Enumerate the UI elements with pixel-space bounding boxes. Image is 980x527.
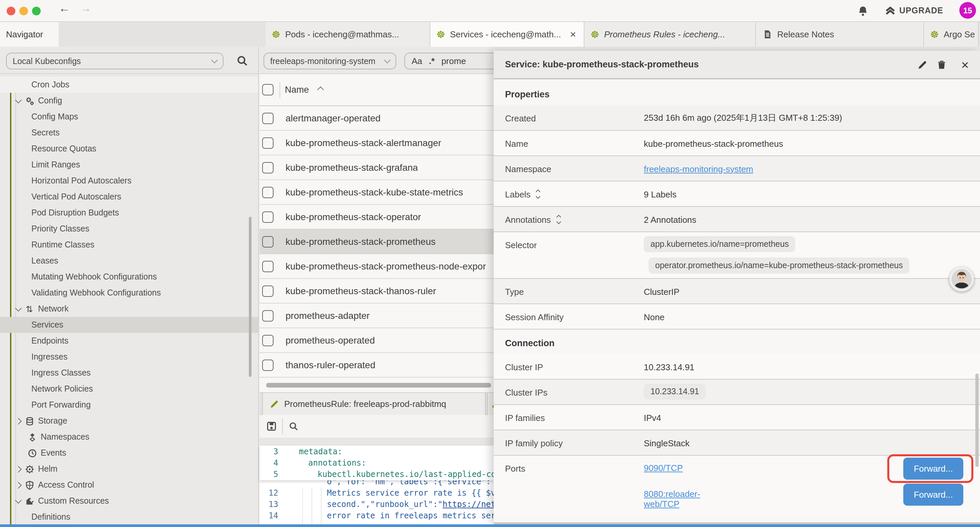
sidebar-item-ingresses[interactable]: Ingresses — [0, 349, 258, 365]
table-row[interactable]: kube-prometheus-stack-prometheus-node-ex… — [259, 254, 494, 279]
row-checkbox[interactable] — [262, 211, 274, 223]
panel-scrollbar[interactable] — [975, 374, 978, 467]
sidebar-item-resource-quotas[interactable]: Resource Quotas — [0, 141, 258, 157]
sidebar-item-endpoints[interactable]: Endpoints — [0, 333, 258, 349]
tab-prometheus-rules-icecheng[interactable]: ☸Prometheus Rules - icecheng... — [584, 22, 756, 47]
table-row[interactable]: kube-prometheus-stack-operator — [259, 205, 494, 229]
zoom-window-button[interactable] — [32, 7, 41, 15]
row-checkbox[interactable] — [262, 285, 274, 296]
row-checkbox[interactable] — [262, 186, 274, 198]
namespace-filter-select[interactable]: freeleaps-monitoring-system — [264, 53, 396, 69]
forward-button[interactable]: Forward... — [903, 484, 963, 506]
table-row[interactable]: alertmanager-operated — [259, 106, 494, 131]
table-row[interactable]: kube-prometheus-stack-grafana — [259, 155, 494, 180]
row-checkbox[interactable] — [262, 236, 274, 247]
chevron-down-icon[interactable] — [15, 96, 22, 103]
sidebar-item-access-control[interactable]: Access Control — [0, 477, 258, 493]
chevron-right-icon[interactable] — [15, 482, 22, 488]
editor-search-icon[interactable] — [288, 421, 299, 431]
tab-pods-icecheng-mathmas[interactable]: ☸Pods - icecheng@mathmas... — [266, 22, 430, 47]
sidebar-item-vertical-pod-autoscalers[interactable]: Vertical Pod Autoscalers — [0, 189, 258, 205]
chevron-right-icon[interactable] — [15, 417, 22, 424]
bell-icon[interactable] — [857, 5, 869, 17]
sort-icon[interactable] — [557, 215, 560, 223]
sidebar-item-port-forwarding[interactable]: Port Forwarding — [0, 397, 258, 413]
row-checkbox[interactable] — [262, 162, 274, 173]
close-icon[interactable]: ✕ — [959, 59, 970, 71]
sidebar-item-horizontal-pod-autoscalers[interactable]: Horizontal Pod Autoscalers — [0, 173, 258, 189]
sidebar-item-cron-jobs[interactable]: Cron Jobs — [0, 77, 258, 93]
forward-arrow-icon[interactable]: → — [80, 2, 91, 15]
table-row[interactable]: prometheus-adapter — [259, 304, 494, 328]
row-checkbox[interactable] — [262, 359, 274, 371]
match-case-toggle[interactable]: Aa — [412, 56, 422, 66]
navigator-panel-tab[interactable]: Navigator — [0, 22, 59, 47]
namespace-link[interactable]: freeleaps-monitoring-system — [644, 164, 753, 174]
tab-argo-se[interactable]: ☸Argo Se — [924, 22, 978, 47]
name-column-header[interactable]: Name — [285, 85, 309, 95]
sort-icon[interactable] — [537, 190, 540, 198]
chevron-down-icon[interactable] — [15, 497, 22, 503]
sidebar-item-network[interactable]: ⇅Network — [0, 301, 258, 317]
tab-release-notes[interactable]: Release Notes — [756, 22, 924, 47]
sidebar-item-secrets[interactable]: Secrets — [0, 125, 258, 141]
horizontal-scrollbar[interactable] — [266, 383, 491, 388]
sidebar-item-mutating-webhook-configurations[interactable]: Mutating Webhook Configurations — [0, 269, 258, 285]
close-icon[interactable]: ✕ — [570, 30, 576, 39]
editor-tab-prometheusrule[interactable]: PrometheusRule: freeleaps-prod-rabbitmq — [262, 393, 486, 415]
minimize-window-button[interactable] — [19, 7, 28, 15]
sidebar-item-namespaces[interactable]: Namespaces — [0, 429, 258, 445]
yaml-editor[interactable]: 3metadata:4annotations:5kubectl.kubernet… — [259, 446, 494, 524]
sidebar-item-storage[interactable]: Storage — [0, 413, 258, 429]
sidebar-item-config[interactable]: Config — [0, 93, 258, 109]
row-checkbox[interactable] — [262, 137, 274, 148]
regex-toggle[interactable]: .* — [429, 56, 434, 66]
table-row[interactable]: kube-prometheus-stack-kube-state-metrics — [259, 180, 494, 205]
kubeconfig-select[interactable]: Local Kubeconfigs — [6, 53, 223, 69]
sidebar-item-pod-disruption-budgets[interactable]: Pod Disruption Budgets — [0, 205, 258, 221]
tab-label: Release Notes — [777, 29, 834, 39]
table-row[interactable]: thanos-ruler-operated — [259, 353, 494, 377]
upgrade-chevrons-icon[interactable] — [885, 5, 896, 17]
sidebar-item-ingress-classes[interactable]: Ingress Classes — [0, 365, 258, 381]
row-checkbox[interactable] — [262, 334, 274, 346]
sidebar-item-validating-webhook-configurations[interactable]: Validating Webhook Configurations — [0, 285, 258, 301]
delete-icon[interactable] — [936, 59, 947, 71]
table-row[interactable]: prometheus-operated — [259, 328, 494, 353]
sidebar-item-custom-resources[interactable]: Custom Resources — [0, 493, 258, 509]
sidebar-item-priority-classes[interactable]: Priority Classes — [0, 221, 258, 237]
upgrade-button[interactable]: UPGRADE — [899, 6, 943, 15]
sidebar-item-helm[interactable]: Helm — [0, 461, 258, 477]
tab-services-icecheng-math[interactable]: ☸Services - icecheng@math...✕ — [430, 22, 584, 47]
sidebar-item-events[interactable]: Events — [0, 445, 258, 461]
avatar[interactable] — [949, 267, 974, 291]
table-row[interactable]: kube-prometheus-stack-alertmanager — [259, 131, 494, 155]
select-all-checkbox[interactable] — [262, 84, 274, 96]
sidebar-item-leases[interactable]: Leases — [0, 253, 258, 269]
notification-badge[interactable]: 15 — [959, 2, 976, 19]
back-arrow-icon[interactable]: ← — [59, 2, 70, 15]
chevron-down-icon[interactable] — [15, 304, 22, 311]
sidebar-item-runtime-classes[interactable]: Runtime Classes — [0, 237, 258, 253]
sidebar-scrollbar[interactable] — [249, 217, 251, 377]
section-heading-label: Connection — [505, 338, 555, 348]
chevron-right-icon[interactable] — [15, 466, 22, 472]
row-checkbox[interactable] — [262, 261, 274, 272]
sidebar-item-config-maps[interactable]: Config Maps — [0, 109, 258, 125]
url-link[interactable]: https://net — [442, 500, 496, 509]
row-checkbox[interactable] — [262, 112, 274, 124]
sidebar-item-limit-ranges[interactable]: Limit Ranges — [0, 157, 258, 173]
sidebar-item-services[interactable]: Services — [0, 317, 258, 333]
table-row[interactable]: kube-prometheus-stack-thanos-ruler — [259, 279, 494, 304]
table-row[interactable]: kube-prometheus-stack-prometheus — [259, 229, 494, 254]
row-checkbox[interactable] — [262, 310, 274, 321]
sort-ascending-icon[interactable] — [317, 86, 324, 93]
sidebar-item-network-policies[interactable]: Network Policies — [0, 381, 258, 397]
sidebar-item-definitions[interactable]: Definitions — [0, 509, 258, 524]
save-icon[interactable] — [266, 421, 277, 431]
port-link[interactable]: 8080:reloader-web/TCP — [644, 489, 700, 509]
port-link[interactable]: 9090/TCP — [644, 463, 683, 473]
close-window-button[interactable] — [7, 7, 15, 15]
search-icon[interactable] — [236, 55, 248, 67]
edit-icon[interactable] — [916, 59, 928, 71]
